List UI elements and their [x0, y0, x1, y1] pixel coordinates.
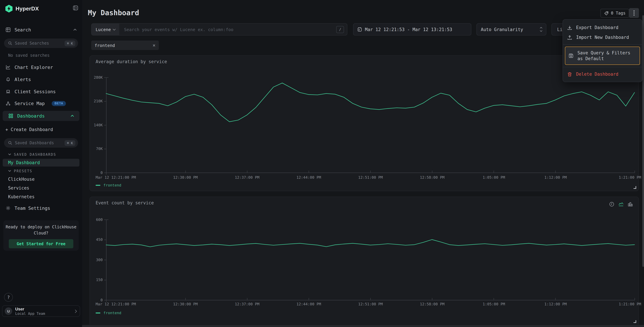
calendar-icon [358, 27, 362, 32]
time-range-icon[interactable] [609, 202, 614, 207]
saved-dashboard-item-my-dashboard[interactable]: My Dashboard [3, 159, 80, 166]
sidebar-collapse-icon[interactable] [73, 6, 78, 10]
event-search-box: Lucene / [91, 23, 347, 36]
promo-text-line2: Cloud? [34, 231, 48, 236]
filter-chip-frontend[interactable]: frontend × [91, 40, 159, 50]
get-started-button[interactable]: Get Started for Free [9, 239, 73, 248]
sidebar-item-chart-explorer[interactable]: Chart Explorer [0, 62, 82, 72]
no-saved-searches-note: No saved searches [8, 53, 50, 58]
horizontal-scrollbar-track[interactable] [82, 325, 644, 327]
saved-dashboards-input[interactable]: Saved Dashboards ⌘ K [4, 138, 78, 148]
panel-resize-handle[interactable] [634, 186, 636, 189]
chevron-down-icon [8, 153, 11, 156]
panel-resize-handle[interactable] [634, 320, 636, 323]
x-tick-label: 12:44:00 PM [296, 302, 321, 306]
x-tick-label: 1:05:00 PM [483, 302, 505, 306]
x-tick-label: Mar 12 12:21:00 PM [96, 302, 136, 306]
sidebar-item-dashboards[interactable]: Dashboards [3, 111, 80, 121]
line-chart-svg [106, 220, 635, 300]
y-tick-label: 140K [86, 123, 103, 127]
sidebar-item-label: Alerts [14, 77, 31, 82]
sidebar-item-search[interactable]: Search [0, 25, 82, 35]
menu-item-save-query-default[interactable]: Save Query & Filters as Default [565, 46, 640, 65]
x-tick-label: 12:30:00 PM [173, 302, 198, 306]
select-updown-icon [540, 27, 542, 32]
chevron-right-icon [74, 310, 77, 313]
page-title: My Dashboard [88, 9, 139, 17]
filter-bar: Lucene / [91, 23, 347, 36]
sidebar-item-service-map[interactable]: Service Map BETA [0, 98, 82, 108]
vertical-scrollbar[interactable] [642, 15, 644, 267]
y-tick-label: 0 [86, 298, 103, 302]
menu-item-import-dashboard[interactable]: Import New Dashboard [563, 32, 642, 42]
tags-button[interactable]: 0 Tags [600, 9, 629, 18]
legend-line-swatch [96, 313, 100, 314]
promo-text-line1: Ready to deploy on ClickHouse [6, 225, 76, 229]
saved-searches-placeholder: Saved Searches [15, 41, 62, 46]
preset-item-clickhouse[interactable]: ClickHouse [8, 177, 35, 182]
granularity-select[interactable]: Auto Granularity [476, 23, 546, 36]
search-icon [8, 141, 12, 145]
close-icon[interactable]: × [152, 43, 156, 48]
x-tick-label: 12:51:00 PM [358, 302, 383, 306]
event-search-input[interactable] [119, 27, 336, 32]
query-language-select[interactable]: Lucene [92, 24, 119, 35]
bar-chart-toggle-icon[interactable] [628, 202, 633, 207]
search-icon [8, 41, 12, 45]
x-tick-label: Mar 12 12:21:00 PM [96, 175, 136, 180]
presets-section-header[interactable]: PRESETS [8, 169, 32, 173]
download-icon [567, 25, 572, 30]
x-tick-label: 1:12:00 PM [544, 175, 567, 180]
x-tick-label: 12:30:00 PM [173, 175, 198, 180]
create-dashboard-button[interactable]: + Create Dashboard [6, 127, 53, 132]
x-tick-label: 1:05:00 PM [483, 175, 505, 180]
sidebar-item-label: Service Map [14, 101, 45, 106]
chevron-down-icon [113, 28, 116, 30]
beta-badge: BETA [52, 101, 66, 106]
sidebar-item-label: Chart Explorer [14, 64, 53, 70]
chart-explorer-icon [6, 65, 11, 70]
sidebar: HyperDX Search Saved Searches ⌘ K No sav… [0, 0, 82, 327]
sidebar-item-label: Dashboards [17, 113, 45, 118]
y-tick-label: 280K [86, 75, 103, 80]
x-tick-label: 1:21:00 PM [619, 302, 641, 306]
y-tick-label: 300 [86, 258, 103, 262]
legend-series-name: frontend [104, 311, 121, 315]
y-tick-label: 150 [86, 278, 103, 282]
sidebar-item-client-sessions[interactable]: Client Sessions [0, 86, 82, 96]
x-tick-label: 12:58:00 PM [420, 302, 444, 306]
sidebar-item-team-settings[interactable]: Team Settings [0, 203, 82, 213]
x-tick-label: 12:51:00 PM [358, 175, 383, 180]
saved-dashboards-section-header[interactable]: SAVED DASHBOARDS [8, 152, 56, 156]
legend-line-swatch [96, 185, 100, 186]
main-content: My Dashboard 0 Tags Lucene / Mar 12 12:2… [82, 0, 644, 327]
chevron-up-icon [73, 29, 77, 31]
sidebar-item-alerts[interactable]: Alerts [0, 74, 82, 84]
x-axis-labels: Mar 12 12:21:00 PM12:30:00 PM12:37:00 PM… [106, 175, 635, 180]
user-menu[interactable]: U User Local App Team [2, 306, 80, 317]
line-chart-plot[interactable]: 280K210K140K70K0 [106, 77, 635, 173]
line-chart-plot[interactable]: 6004503001500 [106, 220, 635, 300]
user-name: User [15, 307, 45, 311]
brand-logo[interactable]: HyperDX [6, 5, 39, 12]
shortcut-badge: ⌘ K [64, 40, 75, 46]
chart-legend: frontend [96, 183, 121, 188]
saved-searches-input[interactable]: Saved Searches ⌘ K [4, 38, 78, 48]
granularity-value: Auto Granularity [481, 27, 523, 32]
line-chart-toggle-icon[interactable] [618, 202, 624, 207]
preset-item-kubernetes[interactable]: Kubernetes [8, 194, 35, 199]
date-range-picker[interactable]: Mar 12 12:21:53 - Mar 12 13:21:53 [353, 23, 471, 36]
avatar: U [5, 308, 12, 315]
x-tick-label: 12:44:00 PM [296, 175, 321, 180]
app-root: HyperDX Search Saved Searches ⌘ K No sav… [0, 0, 644, 327]
help-button[interactable]: ? [4, 293, 13, 302]
x-tick-label: 1:12:00 PM [544, 302, 567, 306]
chart-panel-average-duration: Average duration by service 280K210K140K… [90, 56, 639, 191]
menu-item-export-dashboard[interactable]: Export Dashboard [563, 23, 642, 32]
dashboard-kebab-menu-button[interactable] [629, 8, 639, 18]
x-axis-labels: Mar 12 12:21:00 PM12:30:00 PM12:37:00 PM… [106, 302, 635, 307]
shortcut-badge: ⌘ K [64, 140, 75, 146]
menu-item-delete-dashboard[interactable]: Delete Dashboard [563, 69, 642, 79]
y-tick-label: 600 [86, 218, 103, 222]
preset-item-services[interactable]: Services [8, 186, 29, 190]
